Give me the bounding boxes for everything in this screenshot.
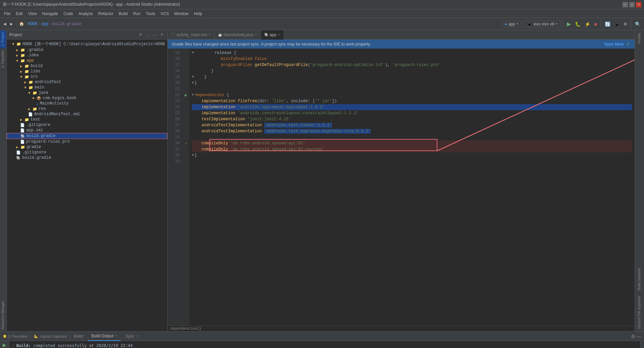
device-icon: 📱 bbox=[527, 21, 532, 26]
menu-file[interactable]: File bbox=[1, 10, 13, 17]
build-variants-label[interactable]: Build Variants bbox=[635, 265, 644, 293]
tree-gradle-label: .gradle bbox=[26, 48, 43, 52]
gradle-panel-label[interactable]: Gradle bbox=[635, 30, 644, 47]
menu-run[interactable]: Run bbox=[130, 10, 143, 17]
root-folder-icon: ▼ 📁 bbox=[12, 42, 21, 46]
run-config-selector[interactable]: ▶ app ▼ bbox=[502, 21, 521, 27]
tree-item-src[interactable]: ▼ 📁 src bbox=[7, 74, 167, 79]
sdk-manager-button[interactable]: ⚙ bbox=[622, 21, 629, 27]
tree-item-build-gradle-root[interactable]: 🐘 build.gradle bbox=[7, 155, 167, 160]
tree-item-manifest[interactable]: 📄 AndroidManifest.xml bbox=[7, 112, 167, 117]
tab-mainactivity-java[interactable]: ☕ MainActivity.java ✕ bbox=[215, 30, 261, 40]
menu-edit[interactable]: Edit bbox=[13, 10, 25, 17]
build-output-content: ✓ Build: completed successfully at 2020/… bbox=[9, 341, 640, 348]
forward-button[interactable]: ▶ bbox=[9, 21, 14, 27]
tree-item-gradle-root[interactable]: ▶ 📁 .gradle bbox=[7, 47, 167, 53]
sync-now-button[interactable]: Sync Now bbox=[604, 42, 624, 47]
tree-item-app-iml[interactable]: 📄 app.iml bbox=[7, 128, 167, 133]
minimize-button[interactable]: ─ bbox=[623, 2, 628, 7]
device-file-explorer-label[interactable]: Device File Explorer bbox=[635, 293, 644, 331]
bottom-settings-button[interactable]: ⚙ bbox=[631, 334, 635, 339]
tab-app-gradle[interactable]: 🐘 app ✕ bbox=[261, 30, 284, 40]
gradle-root-icon: ▶ 📁 bbox=[16, 145, 25, 149]
editor-bottom-bar: dependencies{} bbox=[168, 326, 635, 331]
stop-button[interactable]: ■ bbox=[593, 21, 598, 27]
build-scrollbar[interactable] bbox=[640, 341, 644, 348]
tab-app-close[interactable]: ✕ bbox=[278, 33, 280, 37]
tree-root-label: HOOK [第一个HOOK] C:\Users\qiaoye\AndroidSt… bbox=[22, 41, 165, 47]
code-editor[interactable]: 15 16 17 18 19 20 21 22 23 24 25 26 27 2… bbox=[168, 49, 635, 331]
panel-gear-button[interactable]: ⚙ bbox=[138, 32, 144, 38]
tab-sync[interactable]: Sync ✕ bbox=[122, 332, 142, 341]
debug-button[interactable]: 🐛 bbox=[574, 21, 582, 27]
gitignore-app-icon: 📄 bbox=[20, 123, 25, 127]
menu-refactor[interactable]: Refactor bbox=[96, 10, 116, 17]
sidebar-resource-manager-label[interactable]: Resource Manager bbox=[0, 299, 6, 331]
tree-item-libs[interactable]: ▶ 📁 libs bbox=[7, 69, 167, 74]
tab-activity-main-xml[interactable]: ⬛ activity_main.xml ✕ bbox=[168, 30, 215, 40]
build-output-close[interactable]: ✕ bbox=[115, 334, 117, 338]
maximize-button[interactable]: □ bbox=[629, 2, 635, 7]
tree-item-proguard[interactable]: 📄 proguard-rules.pro bbox=[7, 139, 167, 144]
menu-vcs[interactable]: VCS bbox=[158, 10, 172, 17]
breadcrumb-app[interactable]: app bbox=[41, 22, 49, 26]
sync-project-button[interactable]: 🔄 bbox=[603, 21, 612, 27]
tree-item-mainactivity[interactable]: ☕ MainActivity bbox=[7, 101, 167, 106]
tab-activity-main-close[interactable]: ✕ bbox=[208, 33, 211, 37]
tree-item-app[interactable]: ▼ 📁 app bbox=[7, 58, 167, 63]
menu-bar: File Edit View Navigate Code Analyze Ref… bbox=[0, 9, 644, 18]
package-icon: ▼ 📦 bbox=[32, 96, 41, 100]
tree-item-res[interactable]: ▶ 📁 res bbox=[7, 106, 167, 112]
menu-navigate[interactable]: Navigate bbox=[40, 10, 61, 17]
tree-item-test[interactable]: ▶ 📁 test bbox=[7, 117, 167, 122]
close-button[interactable]: ✕ bbox=[636, 2, 641, 7]
layout-captures-label[interactable]: Layout Captures bbox=[40, 334, 67, 338]
menu-build[interactable]: Build bbox=[116, 10, 130, 17]
code-line-21 bbox=[192, 86, 632, 92]
code-line-26: testImplementation 'junit:junit:4.12' bbox=[192, 116, 632, 122]
menu-tools[interactable]: Tools bbox=[143, 10, 158, 17]
tree-item-java[interactable]: ▼ 📁 java bbox=[7, 90, 167, 95]
breadcrumb-hook-text[interactable]: HOOK bbox=[28, 22, 38, 26]
bottom-minimize-button[interactable]: — bbox=[637, 334, 641, 339]
breadcrumb-hook[interactable]: 🏠 bbox=[19, 21, 24, 26]
search-everywhere-button[interactable]: 🔍 bbox=[634, 21, 642, 27]
menu-analyze[interactable]: Analyze bbox=[76, 10, 96, 17]
panel-sort-button[interactable]: ↕ bbox=[145, 32, 151, 38]
tree-item-gitignore-root[interactable]: 📄 .gitignore bbox=[7, 150, 167, 155]
menu-code[interactable]: Code bbox=[61, 10, 76, 17]
code-content[interactable]: ▼ release { minifyEnabled false proguard… bbox=[189, 49, 635, 331]
sync-tab-close[interactable]: ✕ bbox=[136, 334, 139, 338]
tree-main-label: main bbox=[35, 85, 44, 90]
run-gutter-arrow[interactable]: ▶ bbox=[182, 92, 189, 98]
profile-button[interactable]: ⚡ bbox=[583, 21, 592, 27]
tree-item-package[interactable]: ▼ 📦 com.hygzs.hook bbox=[7, 95, 167, 101]
menu-window[interactable]: Window bbox=[171, 10, 191, 17]
favorites-label[interactable]: 2: Favorites bbox=[8, 334, 27, 338]
avd-manager-button[interactable]: 📱 bbox=[613, 21, 621, 27]
menu-view[interactable]: View bbox=[25, 10, 40, 17]
tree-item-idea[interactable]: ▶ 📁 .idea bbox=[7, 53, 167, 58]
tree-item-androidtest[interactable]: ▶ 📁 androidTest bbox=[7, 79, 167, 85]
tree-item-build-folder[interactable]: ▶ 📁 build bbox=[7, 63, 167, 69]
device-selector[interactable]: 📱 vivo vivo x9 ▼ bbox=[524, 20, 560, 27]
restart-build-button[interactable]: ▶ bbox=[3, 342, 6, 348]
tab-mainactivity-close[interactable]: ✕ bbox=[255, 33, 257, 37]
sidebar-favorites-label[interactable]: 2: Favorites bbox=[0, 48, 6, 70]
tree-item-root[interactable]: ▼ 📁 HOOK [第一个HOOK] C:\Users\qiaoye\Andro… bbox=[7, 41, 167, 47]
run-button[interactable]: ▶ bbox=[566, 20, 572, 28]
build-panel-label: Build: bbox=[74, 334, 84, 339]
tree-item-gitignore-app[interactable]: 📄 .gitignore bbox=[7, 122, 167, 128]
tab-build-output[interactable]: Build Output ✕ bbox=[88, 332, 121, 341]
back-button[interactable]: ◀ bbox=[2, 21, 7, 27]
panel-close-button[interactable]: ✕ bbox=[159, 32, 165, 38]
tree-test-label: test bbox=[31, 117, 40, 122]
sidebar-project-label[interactable]: 1: Project bbox=[0, 30, 6, 48]
menu-help[interactable]: Help bbox=[191, 10, 205, 17]
tree-item-gradle-folder[interactable]: ▶ 📁 gradle bbox=[7, 144, 167, 150]
tree-item-main[interactable]: ▼ 📁 main bbox=[7, 85, 167, 90]
layout-captures-icon: 📐 bbox=[34, 334, 38, 338]
dismiss-notification-button[interactable]: ✓ bbox=[626, 41, 631, 47]
panel-collapse-button[interactable]: — bbox=[152, 32, 158, 38]
tree-item-build-gradle[interactable]: 🐘 build.gradle bbox=[7, 133, 167, 139]
